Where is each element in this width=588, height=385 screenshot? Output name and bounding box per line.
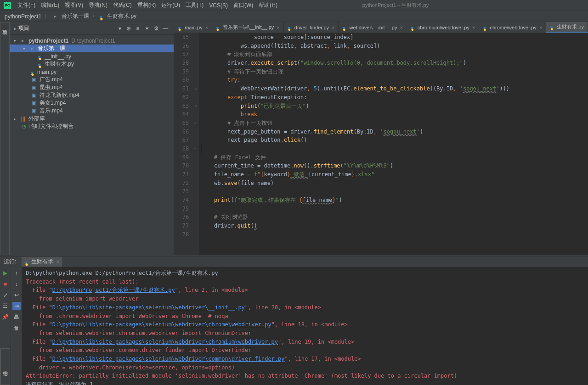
run-toolbar-nav: ↑ ↓ ↩ ⇥ 🖶 🗑 (11, 267, 22, 385)
run-tab[interactable]: 生财有术 (22, 257, 62, 267)
editor-tabs: main.py 音乐第一课\__init__.py driver_finder.… (174, 22, 588, 33)
trace-link[interactable]: D:\python\lib\site-packages\selenium\web… (52, 356, 285, 362)
layout-icon[interactable]: ⤢ (1, 291, 10, 299)
fold-gutter: ⊟⊟⊢⊢ (192, 33, 199, 255)
project-sidebar: ▸ 项目 ▾ ⊕ ≡ ✶ ⚙ — ▾ ▸ pythonProject1 D:\p… (10, 22, 174, 255)
menu-file[interactable]: 文件(F) (15, 1, 38, 9)
trace-link[interactable]: D:\python\lib\site-packages\selenium\web… (52, 321, 271, 328)
wrap-icon[interactable]: ↩ (12, 291, 21, 299)
layout2-icon[interactable]: ☰ (1, 302, 10, 310)
tree-folder-music[interactable]: ▾ ▸ 音乐第一课 (10, 45, 174, 52)
python-file-icon (38, 61, 43, 67)
down-icon[interactable]: ↓ (12, 280, 21, 288)
trace-link[interactable]: D:/pythonProject1/音乐第一课/生财有术.py (52, 287, 175, 293)
tab-chromium[interactable]: chromium\webdriver.py (407, 22, 480, 33)
run-panel: 运行: 生财有术 ▶ ■ ⤢ ☰ 📌 ↑ ↓ ↩ ⇥ 🖶 🗑 D:\python… (0, 257, 588, 385)
python-file-icon (24, 259, 30, 265)
trash-icon[interactable]: 🗑 (12, 324, 21, 332)
menu-navigate[interactable]: 导航(N) (86, 1, 110, 9)
video-file-icon: ▣ (30, 84, 38, 90)
project-tree: ▾ ▸ pythonProject1 D:\pythonProject1 ▾ ▸… (10, 35, 174, 255)
menu-code[interactable]: 代码(C) (110, 1, 135, 9)
stop-icon[interactable]: ■ (1, 280, 10, 288)
editor-area: main.py 音乐第一课\__init__.py driver_finder.… (174, 22, 588, 255)
tab-init[interactable]: 音乐第一课\__init__.py (212, 22, 284, 33)
sidebar-title: 项目 (18, 24, 119, 32)
folder-icon: ▸ (19, 38, 27, 44)
chevron-down-icon: ▾ (23, 46, 28, 51)
tree-file-init[interactable]: __init__.py (10, 52, 174, 60)
tab-driver-finder[interactable]: driver_finder.py (284, 22, 339, 33)
tree-file-beauty[interactable]: ▣ 美女1.mp4 (10, 99, 174, 107)
settings-icon[interactable]: ⚙ (152, 25, 161, 32)
trace-link[interactable]: D:\python\lib\site-packages\selenium\web… (52, 339, 278, 345)
scroll-icon[interactable]: ⇥ (12, 302, 21, 310)
menu-view[interactable]: 视图(V) (62, 1, 86, 9)
tree-file-bug[interactable]: ▣ 昆虫.mp4 (10, 84, 174, 91)
run-header: 运行: 生财有术 (0, 257, 588, 267)
chevron-right-icon: ▸ (14, 117, 19, 121)
menu-window[interactable]: 窗口(W) (231, 1, 256, 9)
tab-scys[interactable]: 生财有术.py (546, 22, 588, 33)
line-gutter: 5556575859606162 6364656667686970 717273… (174, 33, 192, 255)
video-file-icon: ▣ (30, 100, 38, 106)
folder-icon: ▸ (51, 13, 59, 19)
side-tab-project[interactable]: 项目 (0, 22, 10, 255)
video-file-icon: ▣ (30, 92, 38, 98)
menu-tools[interactable]: 工具(T) (183, 1, 206, 9)
run-label: 运行: (4, 258, 16, 266)
tree-file-music-mp4[interactable]: ▣ 音乐.mp4 (10, 107, 174, 115)
scratch-icon: ◔ (20, 123, 28, 129)
python-file-icon (38, 54, 43, 59)
video-file-icon: ▣ (30, 108, 38, 114)
collapse-icon[interactable]: ✶ (142, 25, 152, 32)
python-file-icon (178, 25, 183, 30)
crumb-project[interactable]: pythonProject1 (4, 13, 42, 20)
tree-file-ad[interactable]: ▣ 广告.mp4 (10, 76, 174, 84)
code-editor[interactable]: 5556575859606162 6364656667686970 717273… (174, 33, 588, 255)
trace-link[interactable]: D:\python\lib\site-packages\selenium\web… (52, 304, 245, 311)
folder-icon: ▸ (28, 45, 36, 51)
tree-external-libs[interactable]: ▸ ‖‖ 外部库 (10, 115, 174, 123)
python-file-icon (411, 25, 416, 30)
run-icon[interactable]: ▶ (1, 269, 10, 277)
locate-icon[interactable]: ⊕ (124, 25, 133, 32)
tree-root[interactable]: ▾ ▸ pythonProject1 D:\pythonProject1 (10, 37, 174, 45)
up-icon[interactable]: ↑ (12, 269, 21, 277)
python-file-icon (99, 14, 105, 19)
sidebar-header: ▸ 项目 ▾ ⊕ ≡ ✶ ⚙ — (10, 22, 174, 35)
window-title: pythonProject1 – 生财有术.py (280, 2, 511, 9)
expand-icon[interactable]: ≡ (133, 25, 142, 32)
tree-file-main[interactable]: main.py (10, 68, 174, 76)
menu-run[interactable]: 运行(U) (158, 1, 183, 9)
python-file-icon (550, 24, 555, 30)
tree-file-fly[interactable]: ▣ 符龙飞新歌.mp4 (10, 91, 174, 99)
tab-main[interactable]: main.py (174, 22, 212, 33)
menu-refactor[interactable]: 重构(R) (135, 1, 159, 9)
side-tab-structure[interactable]: 结构 (0, 348, 10, 385)
breadcrumb: pythonProject1 〉 ▸ 音乐第一课 〉 生财有术.py (0, 11, 588, 22)
left-gutter: 项目 (0, 22, 10, 255)
console-output[interactable]: D:\python\python.exe D:/pythonProject1/音… (22, 267, 588, 385)
chevron-down-icon: ▾ (14, 39, 19, 43)
side-tab-favorites[interactable]: 收藏夹 (0, 348, 0, 385)
menu-vcs[interactable]: VCS(S) (206, 2, 231, 9)
tree-file-scys[interactable]: 生财有术.py (10, 60, 174, 68)
title-bar: PC 文件(F) 编辑(E) 视图(V) 导航(N) 代码(C) 重构(R) 运… (0, 0, 588, 11)
print-icon[interactable]: 🖶 (12, 313, 21, 321)
python-file-icon (483, 25, 488, 30)
crumb-file[interactable]: 生财有术.py (106, 12, 137, 20)
pin-icon[interactable]: 📌 (1, 313, 10, 321)
menu-edit[interactable]: 编辑(E) (38, 1, 62, 9)
code-body[interactable]: source = source[:source_index] ws.append… (199, 33, 588, 255)
python-file-icon (342, 25, 348, 30)
python-file-icon (216, 25, 221, 30)
menu-help[interactable]: 帮助(H) (256, 1, 280, 9)
tab-webdriver-init[interactable]: webdriver\__init__.py (339, 22, 407, 33)
tab-chrome[interactable]: chrome\webdriver.py (479, 22, 546, 33)
tree-scratches[interactable]: ◔ 临时文件和控制台 (10, 123, 174, 130)
folder-icon: ▸ (14, 25, 17, 32)
crumb-folder[interactable]: 音乐第一课 (61, 12, 90, 20)
bottom-side-tabs: 结构 收藏夹 (0, 348, 10, 385)
hide-icon[interactable]: — (161, 25, 170, 32)
